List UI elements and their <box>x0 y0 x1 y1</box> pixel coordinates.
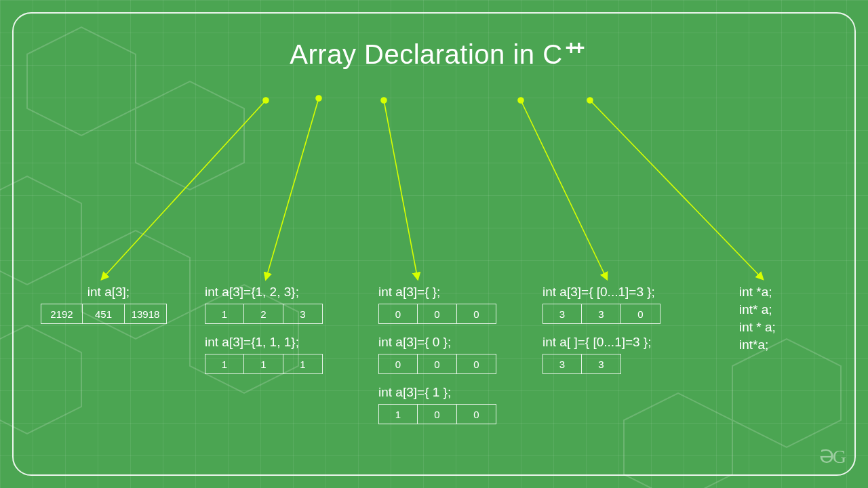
cell: 0 <box>457 304 496 324</box>
cell: 0 <box>378 354 418 374</box>
cell: 13918 <box>125 304 167 324</box>
code-declaration: int a[3]={ }; <box>378 285 514 300</box>
title-plus-icon: ++ <box>566 36 581 58</box>
code-declaration: int a[3]={1, 2, 3}; <box>205 285 347 300</box>
code-declaration: int a[ ]={ [0...1]=3 }; <box>542 335 712 350</box>
code-declaration: int a[3]={1, 1, 1}; <box>205 335 347 350</box>
cell: 1 <box>205 354 244 374</box>
example-initializer-list: int a[3]={1, 2, 3}; 1 2 3 int a[3]={1, 1… <box>205 285 347 385</box>
array-cells: 1 2 3 <box>205 304 347 324</box>
array-cells: 0 0 0 <box>378 354 514 374</box>
cell: 0 <box>457 404 496 424</box>
array-cells: 0 0 0 <box>378 304 514 324</box>
cell: 0 <box>457 354 496 374</box>
code-declaration: int *a; <box>739 285 848 300</box>
array-cells: 1 0 0 <box>378 404 514 424</box>
cell: 2 <box>244 304 283 324</box>
cell: 3 <box>283 304 323 324</box>
cell: 451 <box>83 304 125 324</box>
array-cells: 3 3 <box>542 354 712 374</box>
example-partial-init: int a[3]={ }; 0 0 0 int a[3]={ 0 }; 0 0 … <box>378 285 514 435</box>
code-declaration: int*a; <box>739 338 848 352</box>
cell: 0 <box>378 304 418 324</box>
cell: 2192 <box>41 304 83 324</box>
example-pointer-decl: int *a; int* a; int * a; int*a; <box>739 285 848 355</box>
cell: 3 <box>542 354 582 374</box>
array-cells: 1 1 1 <box>205 354 347 374</box>
example-designated-init: int a[3]={ [0...1]=3 }; 3 3 0 int a[ ]={… <box>542 285 712 385</box>
title-main: Array Declaration in C <box>290 39 562 69</box>
code-declaration: int* a; <box>739 302 848 317</box>
cell: 1 <box>283 354 323 374</box>
cell: 3 <box>542 304 582 324</box>
example-uninitialized: int a[3]; 2192 451 13918 <box>41 285 176 335</box>
code-declaration: int a[3]={ 0 }; <box>378 335 514 350</box>
cell: 0 <box>621 304 660 324</box>
cell: 0 <box>418 404 457 424</box>
code-declaration: int a[3]={ 1 }; <box>378 385 514 400</box>
code-declaration: int * a; <box>739 320 848 335</box>
cell: 1 <box>244 354 283 374</box>
array-cells: 2192 451 13918 <box>41 304 176 324</box>
cell: 3 <box>582 354 621 374</box>
cell: 1 <box>205 304 244 324</box>
cell: 3 <box>582 304 621 324</box>
cell: 1 <box>378 404 418 424</box>
page-title: Array Declaration in C++ <box>0 39 868 70</box>
code-declaration: int a[3]={ [0...1]=3 }; <box>542 285 712 300</box>
code-declaration: int a[3]; <box>41 285 176 300</box>
cell: 0 <box>418 304 457 324</box>
array-cells: 3 3 0 <box>542 304 712 324</box>
cell: 0 <box>418 354 457 374</box>
watermark-logo: ƏG <box>819 445 845 468</box>
